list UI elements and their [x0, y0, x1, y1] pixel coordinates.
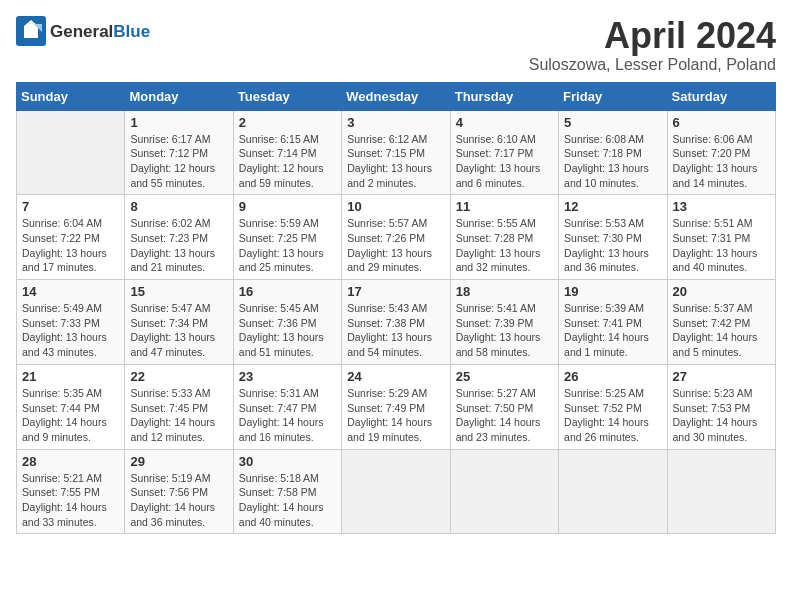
- day-info: Sunrise: 5:59 AM Sunset: 7:25 PM Dayligh…: [239, 216, 336, 275]
- day-number: 6: [673, 115, 770, 130]
- day-number: 11: [456, 199, 553, 214]
- calendar-cell: 1Sunrise: 6:17 AM Sunset: 7:12 PM Daylig…: [125, 110, 233, 195]
- day-number: 30: [239, 454, 336, 469]
- calendar-cell: 7Sunrise: 6:04 AM Sunset: 7:22 PM Daylig…: [17, 195, 125, 280]
- calendar-cell: 5Sunrise: 6:08 AM Sunset: 7:18 PM Daylig…: [559, 110, 667, 195]
- day-info: Sunrise: 5:53 AM Sunset: 7:30 PM Dayligh…: [564, 216, 661, 275]
- calendar-cell: [667, 449, 775, 534]
- day-number: 26: [564, 369, 661, 384]
- logo-icon: [16, 16, 46, 46]
- calendar-cell: 4Sunrise: 6:10 AM Sunset: 7:17 PM Daylig…: [450, 110, 558, 195]
- day-info: Sunrise: 6:10 AM Sunset: 7:17 PM Dayligh…: [456, 132, 553, 191]
- calendar-cell: 9Sunrise: 5:59 AM Sunset: 7:25 PM Daylig…: [233, 195, 341, 280]
- calendar-subtitle: Suloszowa, Lesser Poland, Poland: [529, 56, 776, 74]
- calendar-cell: [342, 449, 450, 534]
- header-day-saturday: Saturday: [667, 82, 775, 110]
- calendar-cell: 18Sunrise: 5:41 AM Sunset: 7:39 PM Dayli…: [450, 280, 558, 365]
- day-info: Sunrise: 5:49 AM Sunset: 7:33 PM Dayligh…: [22, 301, 119, 360]
- page-header: GeneralBlue April 2024 Suloszowa, Lesser…: [16, 16, 776, 74]
- header-day-friday: Friday: [559, 82, 667, 110]
- day-number: 16: [239, 284, 336, 299]
- header-day-tuesday: Tuesday: [233, 82, 341, 110]
- day-info: Sunrise: 5:29 AM Sunset: 7:49 PM Dayligh…: [347, 386, 444, 445]
- calendar-cell: 30Sunrise: 5:18 AM Sunset: 7:58 PM Dayli…: [233, 449, 341, 534]
- day-info: Sunrise: 5:27 AM Sunset: 7:50 PM Dayligh…: [456, 386, 553, 445]
- calendar-header: SundayMondayTuesdayWednesdayThursdayFrid…: [17, 82, 776, 110]
- day-number: 1: [130, 115, 227, 130]
- calendar-cell: 12Sunrise: 5:53 AM Sunset: 7:30 PM Dayli…: [559, 195, 667, 280]
- calendar-cell: 28Sunrise: 5:21 AM Sunset: 7:55 PM Dayli…: [17, 449, 125, 534]
- day-info: Sunrise: 5:31 AM Sunset: 7:47 PM Dayligh…: [239, 386, 336, 445]
- day-number: 8: [130, 199, 227, 214]
- day-number: 25: [456, 369, 553, 384]
- calendar-week-1: 1Sunrise: 6:17 AM Sunset: 7:12 PM Daylig…: [17, 110, 776, 195]
- day-info: Sunrise: 5:23 AM Sunset: 7:53 PM Dayligh…: [673, 386, 770, 445]
- calendar-cell: 26Sunrise: 5:25 AM Sunset: 7:52 PM Dayli…: [559, 364, 667, 449]
- day-info: Sunrise: 6:06 AM Sunset: 7:20 PM Dayligh…: [673, 132, 770, 191]
- calendar-cell: 22Sunrise: 5:33 AM Sunset: 7:45 PM Dayli…: [125, 364, 233, 449]
- calendar-cell: 21Sunrise: 5:35 AM Sunset: 7:44 PM Dayli…: [17, 364, 125, 449]
- calendar-table: SundayMondayTuesdayWednesdayThursdayFrid…: [16, 82, 776, 535]
- day-number: 22: [130, 369, 227, 384]
- day-number: 20: [673, 284, 770, 299]
- header-day-sunday: Sunday: [17, 82, 125, 110]
- day-number: 29: [130, 454, 227, 469]
- day-number: 15: [130, 284, 227, 299]
- day-number: 4: [456, 115, 553, 130]
- day-info: Sunrise: 5:25 AM Sunset: 7:52 PM Dayligh…: [564, 386, 661, 445]
- calendar-cell: 2Sunrise: 6:15 AM Sunset: 7:14 PM Daylig…: [233, 110, 341, 195]
- day-number: 2: [239, 115, 336, 130]
- day-number: 9: [239, 199, 336, 214]
- day-info: Sunrise: 5:45 AM Sunset: 7:36 PM Dayligh…: [239, 301, 336, 360]
- day-number: 21: [22, 369, 119, 384]
- day-number: 7: [22, 199, 119, 214]
- calendar-cell: 6Sunrise: 6:06 AM Sunset: 7:20 PM Daylig…: [667, 110, 775, 195]
- header-day-thursday: Thursday: [450, 82, 558, 110]
- calendar-cell: 27Sunrise: 5:23 AM Sunset: 7:53 PM Dayli…: [667, 364, 775, 449]
- calendar-cell: 29Sunrise: 5:19 AM Sunset: 7:56 PM Dayli…: [125, 449, 233, 534]
- logo-text: GeneralBlue: [50, 23, 150, 40]
- calendar-cell: 16Sunrise: 5:45 AM Sunset: 7:36 PM Dayli…: [233, 280, 341, 365]
- day-info: Sunrise: 6:08 AM Sunset: 7:18 PM Dayligh…: [564, 132, 661, 191]
- calendar-cell: 10Sunrise: 5:57 AM Sunset: 7:26 PM Dayli…: [342, 195, 450, 280]
- calendar-cell: 17Sunrise: 5:43 AM Sunset: 7:38 PM Dayli…: [342, 280, 450, 365]
- calendar-title: April 2024: [529, 16, 776, 56]
- day-info: Sunrise: 6:04 AM Sunset: 7:22 PM Dayligh…: [22, 216, 119, 275]
- day-number: 19: [564, 284, 661, 299]
- day-info: Sunrise: 5:33 AM Sunset: 7:45 PM Dayligh…: [130, 386, 227, 445]
- day-info: Sunrise: 5:41 AM Sunset: 7:39 PM Dayligh…: [456, 301, 553, 360]
- day-info: Sunrise: 5:57 AM Sunset: 7:26 PM Dayligh…: [347, 216, 444, 275]
- day-info: Sunrise: 5:19 AM Sunset: 7:56 PM Dayligh…: [130, 471, 227, 530]
- calendar-cell: [450, 449, 558, 534]
- calendar-cell: 3Sunrise: 6:12 AM Sunset: 7:15 PM Daylig…: [342, 110, 450, 195]
- day-number: 28: [22, 454, 119, 469]
- calendar-cell: 13Sunrise: 5:51 AM Sunset: 7:31 PM Dayli…: [667, 195, 775, 280]
- day-info: Sunrise: 5:37 AM Sunset: 7:42 PM Dayligh…: [673, 301, 770, 360]
- day-info: Sunrise: 5:51 AM Sunset: 7:31 PM Dayligh…: [673, 216, 770, 275]
- day-info: Sunrise: 6:17 AM Sunset: 7:12 PM Dayligh…: [130, 132, 227, 191]
- calendar-cell: 24Sunrise: 5:29 AM Sunset: 7:49 PM Dayli…: [342, 364, 450, 449]
- calendar-cell: 19Sunrise: 5:39 AM Sunset: 7:41 PM Dayli…: [559, 280, 667, 365]
- day-number: 12: [564, 199, 661, 214]
- day-number: 23: [239, 369, 336, 384]
- day-info: Sunrise: 5:21 AM Sunset: 7:55 PM Dayligh…: [22, 471, 119, 530]
- calendar-week-2: 7Sunrise: 6:04 AM Sunset: 7:22 PM Daylig…: [17, 195, 776, 280]
- logo: GeneralBlue: [16, 16, 150, 46]
- day-info: Sunrise: 5:55 AM Sunset: 7:28 PM Dayligh…: [456, 216, 553, 275]
- calendar-cell: 25Sunrise: 5:27 AM Sunset: 7:50 PM Dayli…: [450, 364, 558, 449]
- header-day-wednesday: Wednesday: [342, 82, 450, 110]
- day-number: 10: [347, 199, 444, 214]
- calendar-cell: [17, 110, 125, 195]
- day-number: 13: [673, 199, 770, 214]
- calendar-week-5: 28Sunrise: 5:21 AM Sunset: 7:55 PM Dayli…: [17, 449, 776, 534]
- calendar-week-3: 14Sunrise: 5:49 AM Sunset: 7:33 PM Dayli…: [17, 280, 776, 365]
- day-number: 14: [22, 284, 119, 299]
- calendar-cell: 8Sunrise: 6:02 AM Sunset: 7:23 PM Daylig…: [125, 195, 233, 280]
- calendar-cell: [559, 449, 667, 534]
- calendar-cell: 23Sunrise: 5:31 AM Sunset: 7:47 PM Dayli…: [233, 364, 341, 449]
- day-number: 24: [347, 369, 444, 384]
- logo-blue: Blue: [113, 22, 150, 41]
- day-info: Sunrise: 5:35 AM Sunset: 7:44 PM Dayligh…: [22, 386, 119, 445]
- day-number: 27: [673, 369, 770, 384]
- day-number: 18: [456, 284, 553, 299]
